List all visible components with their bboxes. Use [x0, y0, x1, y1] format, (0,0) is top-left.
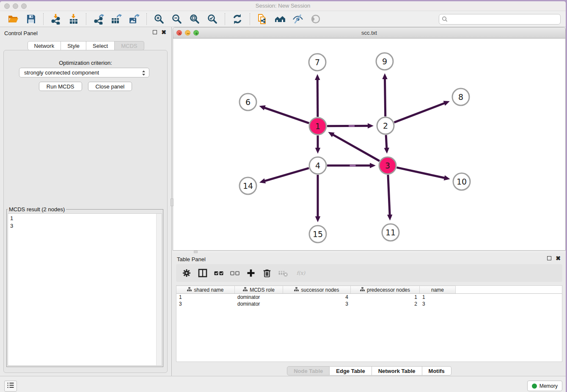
table-row[interactable]: 3dominator323: [176, 301, 562, 307]
panel-splitter-handle[interactable]: [171, 199, 173, 206]
graph-node-2[interactable]: 2: [377, 117, 394, 134]
toolbar-separator: [250, 13, 250, 25]
table-panel: Table Panel ✖ f(x) shared nameMCDS roles…: [173, 253, 566, 376]
column-header-successor-nodes[interactable]: successor nodes: [283, 286, 351, 293]
graph-node-1[interactable]: 1: [309, 118, 326, 135]
select-all-icon[interactable]: [213, 268, 224, 279]
table-cell[interactable]: 1: [176, 294, 235, 300]
network-overview-icon[interactable]: [274, 13, 286, 25]
graph-edge-1-7[interactable]: [317, 79, 318, 117]
tab-mcds[interactable]: MCDS: [115, 41, 144, 50]
column-header-MCDS-role[interactable]: MCDS role: [235, 286, 283, 293]
zoom-in-icon[interactable]: [153, 13, 165, 25]
mcds-result-text[interactable]: 13: [8, 213, 162, 366]
titlebar: Session: New Session: [0, 1, 566, 11]
table-cell[interactable]: 3: [420, 301, 456, 307]
network-window-titlebar[interactable]: scc.txt: [173, 28, 565, 39]
memory-button[interactable]: Memory: [527, 381, 562, 391]
table-cell[interactable]: 1: [351, 294, 420, 300]
table-cell[interactable]: dominator: [235, 294, 283, 300]
close-panel-button[interactable]: Close panel: [88, 82, 132, 91]
add-column-icon[interactable]: [245, 268, 256, 279]
optimization-criterion-select[interactable]: strongly connected component: [19, 68, 149, 77]
tab-network-table[interactable]: Network Table: [372, 366, 422, 375]
gear-icon[interactable]: [181, 268, 192, 279]
graph-edge-2-8[interactable]: [394, 103, 445, 122]
export-table-icon[interactable]: [110, 13, 123, 25]
svg-text:10: 10: [457, 177, 467, 186]
column-header-label: name: [431, 287, 444, 293]
run-mcds-button[interactable]: Run MCDS: [39, 82, 82, 91]
zoom-selected-icon[interactable]: [206, 13, 219, 25]
graph-edge-2-3[interactable]: [386, 135, 387, 149]
column-header-shared-name[interactable]: shared name: [176, 286, 235, 293]
import-table-icon[interactable]: [67, 13, 80, 25]
save-session-icon[interactable]: [25, 13, 37, 25]
result-scrollbar[interactable]: [156, 214, 162, 365]
graph-node-8[interactable]: 8: [452, 88, 469, 105]
column-header-predecessor-nodes[interactable]: predecessor nodes: [351, 286, 420, 293]
hide-details-icon[interactable]: [292, 13, 304, 25]
export-network-icon[interactable]: [92, 13, 105, 25]
graph-node-6[interactable]: 6: [239, 94, 256, 110]
tab-network[interactable]: Network: [27, 41, 61, 50]
graph-node-10[interactable]: 10: [453, 173, 470, 190]
table-cell[interactable]: 2: [351, 301, 420, 307]
graph-node-14[interactable]: 14: [239, 177, 256, 194]
graph-node-15[interactable]: 15: [309, 226, 326, 243]
open-file-icon[interactable]: [7, 13, 19, 25]
column-header-icon: [243, 287, 248, 293]
columns-icon[interactable]: [197, 268, 208, 279]
graph-edge-2-9[interactable]: [385, 78, 385, 116]
control-panel-tabs: NetworkStyleSelectMCDS: [27, 41, 144, 50]
apply-layout-icon[interactable]: [231, 13, 244, 25]
export-image-icon[interactable]: [128, 13, 140, 25]
svg-text:4: 4: [315, 161, 320, 170]
table-row[interactable]: 1dominator411: [176, 294, 562, 301]
main-toolbar: [0, 11, 566, 27]
search-input[interactable]: [439, 14, 561, 25]
tab-select[interactable]: Select: [86, 41, 115, 50]
graph-node-4[interactable]: 4: [309, 157, 326, 174]
tab-motifs[interactable]: Motifs: [422, 366, 451, 375]
tab-node-table[interactable]: Node Table: [287, 366, 330, 375]
graph-edge-3-1[interactable]: [333, 135, 380, 161]
search-wrap: [439, 14, 561, 25]
graph-node-7[interactable]: 7: [309, 54, 326, 71]
network-canvas[interactable]: 1234678910111415: [173, 39, 565, 250]
graph-edge-1-6[interactable]: [264, 108, 309, 123]
task-history-button[interactable]: [4, 381, 17, 392]
graph-edge-3-10[interactable]: [396, 168, 445, 178]
graph-node-9[interactable]: 9: [376, 53, 393, 70]
control-panel-title: Control Panel: [4, 30, 38, 36]
float-table-panel-icon[interactable]: [547, 256, 551, 260]
graph-edge-3-11[interactable]: [388, 175, 390, 215]
close-table-panel-icon[interactable]: ✖: [556, 256, 561, 260]
float-panel-icon[interactable]: [153, 30, 157, 34]
graph-edge-4-14[interactable]: [264, 168, 308, 181]
node-table[interactable]: shared nameMCDS rolesuccessor nodesprede…: [176, 285, 562, 362]
tab-edge-table[interactable]: Edge Table: [330, 366, 372, 375]
table-cell[interactable]: 3: [176, 301, 235, 307]
app-window: Session: New Session Control Panel ✖ Net…: [0, 1, 566, 392]
import-network-icon[interactable]: [50, 13, 62, 25]
dropdown-value: strongly connected component: [24, 69, 99, 76]
table-cell[interactable]: 1: [420, 294, 456, 300]
list-icon: [6, 381, 15, 391]
close-panel-icon[interactable]: ✖: [161, 30, 166, 34]
column-header-name[interactable]: name: [420, 286, 456, 293]
graph-node-11[interactable]: 11: [382, 224, 399, 241]
tab-style[interactable]: Style: [61, 41, 86, 50]
delete-column-icon[interactable]: [261, 268, 272, 279]
table-cell[interactable]: dominator: [235, 301, 283, 307]
graph-node-3[interactable]: 3: [379, 157, 396, 174]
table-cell[interactable]: 3: [283, 301, 351, 307]
graph-edge-arrow: [382, 73, 387, 79]
table-cell[interactable]: 4: [283, 294, 351, 300]
mcds-result-title: MCDS result (2 nodes): [8, 206, 66, 213]
zoom-fit-icon[interactable]: [188, 13, 201, 25]
graph-edge-1-2[interactable]: [327, 126, 369, 126]
zoom-out-icon[interactable]: [171, 13, 183, 25]
duplicate-network-icon[interactable]: [256, 13, 269, 25]
deselect-all-icon[interactable]: [229, 268, 240, 279]
